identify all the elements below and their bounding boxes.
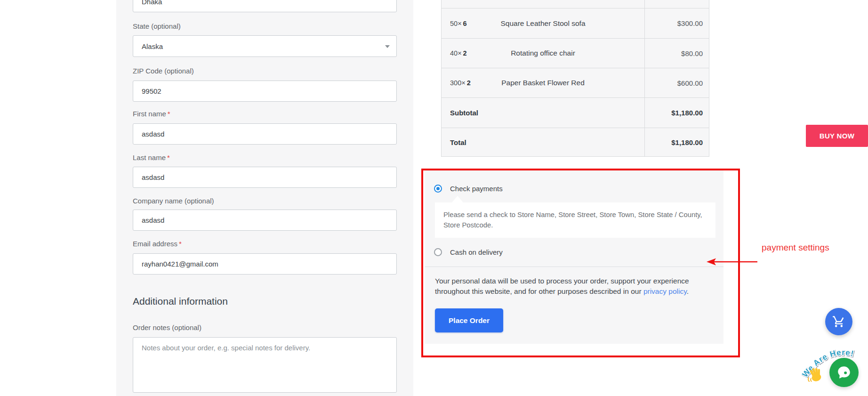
table-row: 50×6 Square Leather Stool sofa $300.00: [442, 8, 709, 39]
first-name-label: First name*: [133, 110, 397, 118]
item-name: Paper Basket Flower Red: [501, 79, 585, 87]
order-summary-table: 50×6 Square Leather Stool sofa $300.00 4…: [441, 0, 709, 157]
company-input[interactable]: [133, 210, 397, 231]
email-input[interactable]: [133, 253, 397, 275]
item-price-x: 40×: [450, 49, 462, 57]
checkout-page: State (optional) Alaska ZIP Code (option…: [0, 0, 868, 396]
last-name-label: Last name*: [133, 154, 397, 162]
first-name-input[interactable]: [133, 123, 397, 145]
privacy-line: Your personal data will be used to proce…: [435, 277, 689, 285]
table-row: 300×2 Paper Basket Flower Red $600.00: [442, 68, 709, 98]
buy-now-button[interactable]: BUY NOW: [806, 125, 868, 147]
item-qty-count: 2: [467, 79, 471, 87]
cash-on-delivery-label[interactable]: Cash on delivery: [450, 248, 503, 256]
zip-input[interactable]: [133, 81, 397, 102]
privacy-policy-link[interactable]: privacy policy: [643, 287, 687, 295]
item-total: $300.00: [644, 8, 709, 38]
description-line: Store Postcode.: [443, 220, 707, 230]
chat-widget-button[interactable]: [829, 358, 859, 387]
item-qty-count: 6: [463, 20, 467, 27]
item-total: $80.00: [644, 39, 709, 68]
item-price-x: 300×: [450, 79, 466, 87]
email-label-text: Email address: [133, 240, 177, 248]
item-quantity: 300×2: [450, 79, 471, 87]
payment-method-description: Please send a check to Store Name, Store…: [435, 202, 715, 238]
table-row-partial: [442, 0, 709, 8]
item-total: $600.00: [644, 68, 709, 97]
state-select[interactable]: Alaska: [133, 35, 397, 57]
item-price-x: 50×: [450, 20, 462, 27]
zip-label: ZIP Code (optional): [133, 67, 397, 75]
description-line: Please send a check to Store Name, Store…: [443, 210, 707, 220]
privacy-period: .: [687, 287, 689, 295]
total-label: Total: [442, 138, 466, 146]
privacy-notice: Your personal data will be used to proce…: [435, 276, 703, 296]
additional-information-heading: Additional information: [133, 296, 228, 307]
payment-section: Check payments Please send a check to St…: [425, 170, 723, 344]
check-payments-radio[interactable]: [434, 185, 442, 193]
chat-bubble-icon: [836, 364, 852, 380]
first-name-label-text: First name: [133, 110, 166, 118]
cart-icon: [832, 315, 845, 328]
state-select-value: Alaska: [142, 42, 163, 50]
total-value: $1,180.00: [644, 128, 709, 157]
last-name-label-text: Last name: [133, 154, 166, 162]
order-notes-textarea[interactable]: [133, 337, 397, 393]
check-payments-label[interactable]: Check payments: [450, 185, 503, 193]
last-name-input[interactable]: [133, 167, 397, 188]
subtotal-label: Subtotal: [442, 109, 478, 117]
cash-on-delivery-radio[interactable]: [434, 248, 442, 256]
state-label: State (optional): [133, 22, 397, 31]
total-row: Total $1,180.00: [442, 128, 709, 157]
waving-hand-icon: [804, 364, 825, 385]
item-name: Rotating office chair: [511, 49, 575, 57]
required-asterisk: *: [168, 110, 170, 118]
divider: [425, 267, 723, 267]
required-asterisk: *: [179, 240, 182, 248]
chevron-down-icon: [385, 45, 390, 48]
cart-fab-button[interactable]: [825, 308, 852, 335]
subtotal-row: Subtotal $1,180.00: [442, 98, 709, 128]
item-quantity: 50×6: [450, 20, 467, 27]
annotation-label: payment settings: [762, 242, 829, 253]
privacy-line: throughout this website, and for other p…: [435, 287, 643, 295]
billing-panel: State (optional) Alaska ZIP Code (option…: [116, 0, 413, 396]
subtotal-value: $1,180.00: [644, 98, 709, 128]
city-input[interactable]: [133, 0, 397, 12]
item-name: Square Leather Stool sofa: [500, 19, 585, 28]
email-label: Email address*: [133, 240, 397, 248]
required-asterisk: *: [167, 154, 170, 162]
order-notes-label: Order notes (optional): [133, 323, 397, 332]
place-order-button[interactable]: Place Order: [435, 308, 503, 332]
item-quantity: 40×2: [450, 49, 467, 57]
item-qty-count: 2: [463, 49, 467, 57]
company-label: Company name (optional): [133, 197, 397, 205]
table-row: 40×2 Rotating office chair $80.00: [442, 39, 709, 68]
